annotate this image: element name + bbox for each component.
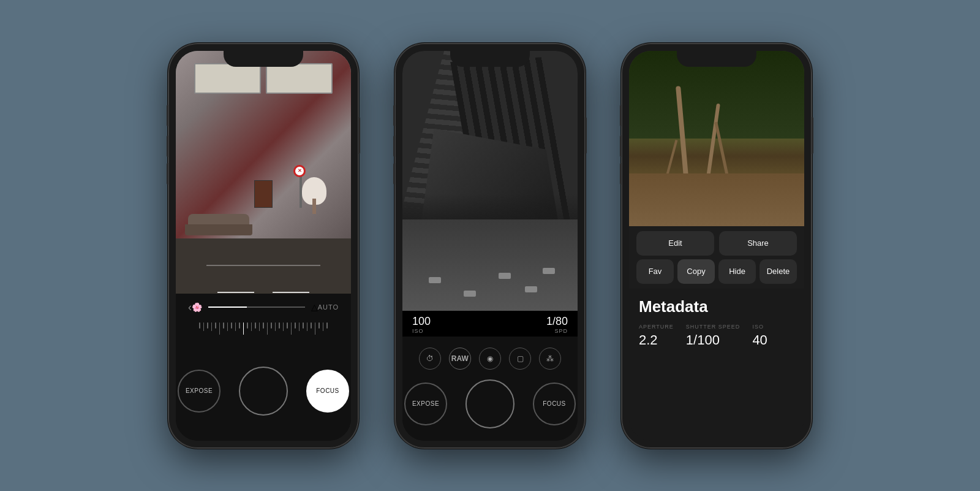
spd-group: 1/80 SPD <box>546 316 568 334</box>
phone-3: Edit Share Fav Copy Hide Delete Metadata… <box>622 44 812 448</box>
focus-near-icon: 🌸 <box>192 302 202 312</box>
phone-3-screen: Edit Share Fav Copy Hide Delete Metadata… <box>629 51 804 441</box>
timer-mode-button[interactable]: ⏱ <box>419 348 441 370</box>
phone-2: 100 ISO 1/80 SPD ⏱ RAW <box>395 44 585 448</box>
copy-button[interactable]: Copy <box>677 259 715 284</box>
action-buttons: Edit Share Fav Copy Hide Delete <box>629 226 804 289</box>
notch-3 <box>677 51 756 67</box>
action-row-bottom: Fav Copy Hide Delete <box>636 259 797 284</box>
aperture-key: APERTURE <box>639 324 674 330</box>
tree-photo <box>629 51 804 226</box>
mode-row: ⏱ RAW ◉ ▢ ⁂ <box>402 343 578 375</box>
metadata-row: APERTURE 2.2 SHUTTER SPEED 1/100 ISO 40 <box>639 324 794 348</box>
aperture-item: APERTURE 2.2 <box>639 324 674 348</box>
fav-button[interactable]: Fav <box>636 259 674 284</box>
city-photo <box>402 51 578 311</box>
sign-icon: ✕ <box>298 168 302 173</box>
iso-item: ISO 40 <box>752 324 767 348</box>
focus-slider[interactable] <box>208 306 305 308</box>
info-row-2: 100 ISO 1/80 SPD <box>402 311 578 337</box>
expose-button-2[interactable]: EXPOSE <box>404 383 447 425</box>
controls-area-2: ⏱ RAW ◉ ▢ ⁂ EXPOSE <box>402 337 578 441</box>
spd-label: SPD <box>554 328 568 334</box>
shutter-value: 1/100 <box>686 332 741 348</box>
iso-meta-value: 40 <box>752 332 767 348</box>
square-mode-button[interactable]: ▢ <box>509 348 531 370</box>
focus-line-left <box>217 292 254 293</box>
focus-button-2[interactable]: FOCUS <box>533 383 576 425</box>
delete-button[interactable]: Delete <box>760 259 797 284</box>
raw-mode-button[interactable]: RAW <box>449 348 471 370</box>
edit-button[interactable]: Edit <box>636 231 714 256</box>
share-button[interactable]: Share <box>719 231 797 256</box>
focus-far-icon: △ <box>311 302 318 312</box>
focus-line-right <box>273 292 309 293</box>
notch-2 <box>450 51 530 67</box>
auto-label: AUTO <box>318 303 339 311</box>
photo-area-1: ✕ <box>176 51 351 294</box>
button-row-2: EXPOSE FOCUS <box>402 379 578 428</box>
dial-area[interactable] <box>176 318 351 360</box>
controls-area-1: ‹ 🌸 △ AUTO <box>176 294 351 441</box>
phone-2-screen: 100 ISO 1/80 SPD ⏱ RAW <box>402 51 578 441</box>
phone-1-screen: ✕ <box>176 51 351 441</box>
hide-button[interactable]: Hide <box>718 259 756 284</box>
shutter-item: SHUTTER SPEED 1/100 <box>686 324 741 348</box>
shutter-key: SHUTTER SPEED <box>686 324 741 330</box>
button-row-1: EXPOSE FOCUS <box>178 367 349 416</box>
expose-button[interactable]: EXPOSE <box>178 370 221 413</box>
square-icon: ▢ <box>517 354 524 363</box>
house-photo: ✕ <box>176 51 351 294</box>
grid-icon: ⁂ <box>546 354 554 363</box>
metadata-title: Metadata <box>639 297 794 316</box>
photo-area-3 <box>629 51 804 226</box>
circle-mode-button[interactable]: ◉ <box>479 348 501 370</box>
shutter-button[interactable] <box>239 367 288 416</box>
dial-ticks <box>199 318 328 335</box>
photo-area-2 <box>402 51 578 311</box>
iso-meta-key: ISO <box>752 324 767 330</box>
timer-icon: ⏱ <box>426 354 434 363</box>
aperture-value: 2.2 <box>639 332 674 348</box>
action-row-top: Edit Share <box>636 231 797 256</box>
spd-value: 1/80 <box>546 316 568 327</box>
notch-1 <box>224 51 303 67</box>
grid-mode-button[interactable]: ⁂ <box>539 348 561 370</box>
focus-button[interactable]: FOCUS <box>306 370 349 413</box>
iso-value: 100 <box>412 316 431 327</box>
circle-icon: ◉ <box>487 354 493 363</box>
shutter-button-2[interactable] <box>466 379 514 428</box>
phone-1: ✕ <box>168 44 358 448</box>
metadata-section: Metadata APERTURE 2.2 SHUTTER SPEED 1/10… <box>629 289 804 441</box>
iso-group: 100 ISO <box>412 316 431 334</box>
iso-label: ISO <box>412 328 424 334</box>
slider-row: ‹ 🌸 △ AUTO <box>176 294 351 318</box>
raw-label: RAW <box>451 354 469 363</box>
